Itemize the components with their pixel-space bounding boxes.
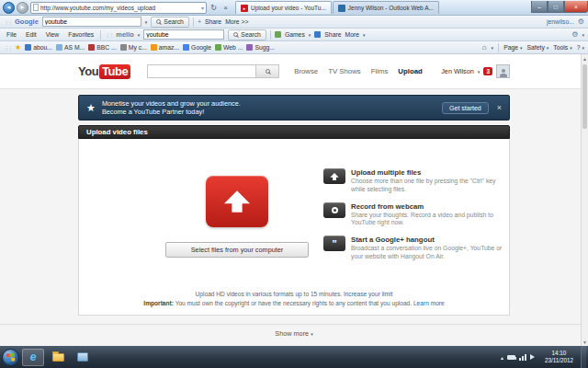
favicon-icon: [151, 44, 157, 51]
plus-icon[interactable]: +: [198, 18, 201, 25]
scrollbar-thumb[interactable]: [582, 64, 587, 129]
tools-menu-button[interactable]: Tools ▾: [553, 44, 571, 51]
favorite-item[interactable]: Google: [183, 44, 211, 51]
show-more-button[interactable]: Show more ▾: [275, 329, 312, 338]
google-search-button[interactable]: Search: [151, 17, 189, 28]
notification-badge[interactable]: 3: [483, 67, 492, 75]
favorites-star-icon[interactable]: ★: [15, 43, 21, 52]
caret-down-icon: ▾: [570, 45, 572, 51]
option-hangout[interactable]: ” Start a Google+ hangout Broadcast a co…: [323, 236, 505, 261]
system-tray: ▴ 14:10 23/11/2012: [501, 346, 586, 368]
favorite-item[interactable]: AS M...: [56, 44, 85, 51]
battery-icon[interactable]: [507, 355, 515, 360]
toolbar-options-caret-icon[interactable]: ▾: [582, 32, 584, 38]
tab-youtube-upload[interactable]: ▸ Upload your video - YouTu...: [235, 1, 332, 14]
refresh-button[interactable]: ↻: [209, 4, 219, 12]
youtube-search-input[interactable]: [147, 64, 255, 78]
maximize-button[interactable]: □: [548, 1, 564, 13]
more-caret-icon[interactable]: ▾: [363, 32, 366, 38]
close-button[interactable]: ×: [564, 1, 588, 13]
option-desc: Choose more than one file by pressing th…: [351, 178, 505, 194]
partner-banner: ★ Monetise your videos and grow your aud…: [78, 95, 510, 121]
address-bar[interactable]: http://www.youtube.com/my_videos_upload …: [30, 2, 207, 14]
minimize-button[interactable]: –: [531, 1, 548, 13]
select-files-button[interactable]: Select files from your computer: [165, 242, 309, 258]
safety-menu-button[interactable]: Safety ▾: [527, 44, 549, 51]
favorite-item[interactable]: My c...: [120, 44, 147, 51]
stop-button[interactable]: ×: [220, 4, 231, 12]
google-toolbar-search-input[interactable]: [42, 17, 141, 27]
volume-icon[interactable]: [530, 354, 537, 360]
show-desktop-button[interactable]: [581, 346, 586, 368]
get-started-button[interactable]: Get started: [442, 102, 489, 114]
start-button[interactable]: [2, 349, 19, 366]
settings-gear-icon[interactable]: ⚙: [571, 30, 578, 39]
address-url[interactable]: http://www.youtube.com/my_videos_upload: [40, 5, 155, 11]
favorite-item[interactable]: Web ...: [215, 44, 243, 51]
avatar[interactable]: [496, 64, 510, 78]
toolbar-grip-icon: ⋮⋮: [4, 18, 11, 25]
google-more-button[interactable]: More >>: [225, 18, 248, 25]
nav-browse[interactable]: Browse: [294, 67, 318, 75]
taskbar-clock[interactable]: 14:10 23/11/2012: [541, 350, 577, 364]
favorite-item[interactable]: Sugg...: [246, 44, 275, 51]
games-menu-button[interactable]: Games: [285, 31, 305, 38]
address-dropdown-icon[interactable]: ▾: [201, 5, 204, 11]
increase-limit-link[interactable]: Increase your limit: [344, 291, 393, 297]
second-toolbar-search-button[interactable]: Search: [228, 29, 266, 40]
forward-button[interactable]: ►: [17, 2, 28, 14]
toolbar-more-button[interactable]: More: [345, 31, 359, 38]
upload-arrow-button[interactable]: [206, 176, 268, 227]
home-icon[interactable]: ⌂: [482, 43, 487, 52]
banner-line1: Monetise your videos and grow your audie…: [102, 99, 241, 108]
clock-date: 23/11/2012: [545, 357, 573, 364]
toolbar-share-button[interactable]: Share: [324, 31, 341, 38]
network-icon[interactable]: [519, 354, 526, 361]
favorite-item[interactable]: amaz...: [151, 44, 179, 51]
second-toolbar-caret-icon[interactable]: ▾: [138, 32, 141, 38]
tab-outlook[interactable]: Jenny Wilson - Outlook Web A...: [333, 1, 439, 14]
learn-more-link[interactable]: Learn more: [413, 300, 445, 306]
menu-edit[interactable]: Edit: [23, 31, 40, 38]
back-button[interactable]: ◄: [3, 2, 15, 14]
app-window-icon: [77, 352, 88, 362]
option-webcam[interactable]: Record from webcam Share your thoughts. …: [323, 202, 505, 228]
google-toolbar-logo[interactable]: Google: [15, 17, 39, 26]
help-menu-button[interactable]: ? ▾: [577, 44, 584, 51]
help-menu-label: ?: [577, 44, 581, 51]
home-caret-icon[interactable]: ▾: [492, 45, 494, 51]
hidden-icons-button[interactable]: ▴: [501, 354, 503, 361]
taskbar-ie-button[interactable]: e: [22, 349, 44, 366]
favicon-icon: [183, 44, 189, 51]
second-toolbar-search-input[interactable]: [143, 29, 224, 40]
scroll-down-button[interactable]: ▼: [582, 338, 588, 346]
search-history-caret-icon[interactable]: ▾: [145, 19, 148, 25]
youtube-logo[interactable]: You Tube: [78, 64, 130, 79]
toolbar-gear-icon[interactable]: ⚙: [578, 17, 584, 26]
option-multiple-files[interactable]: Upload multiple files Choose more than o…: [323, 168, 505, 194]
youtube-search-button[interactable]: [255, 64, 279, 78]
taskbar-app-button[interactable]: [72, 349, 94, 366]
page-menu-button[interactable]: Page ▾: [503, 44, 522, 51]
vertical-scrollbar[interactable]: ▲ ▼: [581, 54, 588, 346]
toolbar-grip-icon: ⋮⋮: [105, 31, 112, 38]
favorite-item[interactable]: BBC ...: [88, 44, 117, 51]
games-caret-icon[interactable]: ▾: [309, 32, 311, 38]
username[interactable]: Jen Wilson: [441, 67, 474, 75]
browser-titlebar: ◄ ► http://www.youtube.com/my_videos_upl…: [0, 0, 588, 16]
nav-tv-shows[interactable]: TV Shows: [328, 67, 361, 75]
menu-favorites[interactable]: Favorites: [65, 31, 96, 38]
nav-films[interactable]: Films: [371, 67, 389, 75]
banner-close-icon[interactable]: ×: [497, 103, 502, 112]
taskbar-explorer-button[interactable]: [47, 349, 69, 366]
google-share-button[interactable]: Share: [205, 18, 221, 25]
google-account-link[interactable]: jenwilso...: [547, 18, 574, 25]
nav-upload[interactable]: Upload: [398, 67, 422, 75]
favorite-item[interactable]: abou...: [25, 44, 52, 51]
option-title: Start a Google+ hangout: [351, 236, 505, 244]
user-caret-icon[interactable]: ▾: [478, 69, 481, 75]
second-toolbar-logo[interactable]: mello: [116, 30, 134, 39]
menu-view[interactable]: View: [43, 31, 62, 38]
scroll-up-button[interactable]: ▲: [582, 54, 588, 63]
menu-file[interactable]: File: [4, 31, 19, 38]
